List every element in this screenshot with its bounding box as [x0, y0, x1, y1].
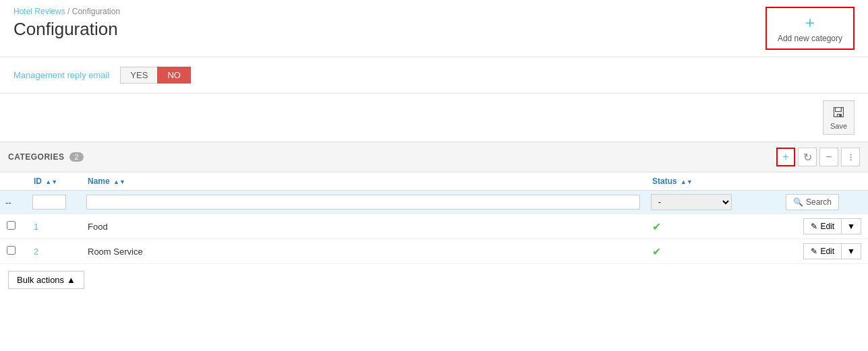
filter-row: -- - Active Inactive: [0, 191, 868, 214]
row1-status-cell: ✔: [645, 214, 780, 239]
save-label: Save: [830, 122, 847, 130]
breadcrumb-parent-link[interactable]: Hotel Reviews: [13, 7, 65, 16]
plus-icon: +: [805, 13, 815, 32]
name-sort-icon[interactable]: ▲▼: [113, 179, 125, 185]
config-section: Management reply email YES NO: [0, 57, 868, 93]
row2-checkbox-cell: [0, 239, 27, 264]
breadcrumb-separator: /: [67, 7, 72, 16]
filter-dash-cell: --: [0, 191, 27, 214]
categories-count: 2: [69, 152, 83, 162]
search-icon: 🔍: [793, 197, 803, 207]
row2-id-cell: 2: [27, 239, 81, 264]
page: Hotel Reviews / Configuration Configurat…: [0, 0, 868, 351]
row2-name-cell: Room Service: [81, 239, 645, 264]
filter-status-cell: - Active Inactive: [645, 191, 780, 214]
search-button[interactable]: 🔍 Search: [786, 194, 839, 210]
row1-status-icon: ✔: [652, 221, 661, 232]
management-reply-email-label: Management reply email: [13, 70, 109, 80]
table-row: 1 Food ✔ ✎ Edit ▼: [0, 214, 868, 239]
th-checkbox: [0, 172, 27, 191]
bulk-section: Bulk actions ▲: [0, 264, 868, 296]
categories-header: CATEGORIES 2 + ↻ − ⁝: [0, 142, 868, 172]
bulk-actions-caret: ▲: [67, 275, 76, 285]
row2-edit-label: Edit: [820, 247, 834, 256]
row1-actions-cell: ✎ Edit ▼: [780, 214, 868, 239]
row2-edit-icon: ✎: [811, 247, 817, 256]
row1-name-cell: Food: [81, 214, 645, 239]
th-status: Status ▲▼: [645, 172, 780, 191]
th-id-label: ID: [34, 177, 42, 186]
categories-section: CATEGORIES 2 + ↻ − ⁝ ID ▲▼ Name: [0, 141, 868, 296]
save-button[interactable]: 🖫 Save: [823, 100, 855, 135]
page-title: Configuration: [13, 19, 120, 40]
row1-id-cell: 1: [27, 214, 81, 239]
categories-header-left: CATEGORIES 2: [8, 152, 84, 162]
header-section: Hotel Reviews / Configuration Configurat…: [0, 0, 868, 57]
categories-title: CATEGORIES: [8, 152, 64, 162]
categories-columns-button[interactable]: ⁝: [841, 148, 860, 166]
row1-name: Food: [88, 222, 108, 232]
table-row: 2 Room Service ✔ ✎ Edit: [0, 239, 868, 264]
th-status-label: Status: [652, 177, 677, 186]
row1-id-link[interactable]: 1: [34, 222, 38, 232]
filter-status-select[interactable]: - Active Inactive: [651, 194, 732, 210]
row2-status-icon: ✔: [652, 246, 661, 257]
filter-name-cell: [81, 191, 645, 214]
th-id: ID ▲▼: [27, 172, 81, 191]
row1-edit-button[interactable]: ✎ Edit: [803, 218, 842, 234]
filter-name-input[interactable]: [86, 195, 640, 210]
id-sort-icon[interactable]: ▲▼: [45, 179, 57, 185]
categories-refresh-button[interactable]: ↻: [798, 148, 817, 166]
th-name: Name ▲▼: [81, 172, 645, 191]
breadcrumb-current: Configuration: [72, 7, 120, 16]
row1-checkbox[interactable]: [7, 221, 16, 230]
save-section: 🖫 Save: [0, 93, 868, 141]
th-actions: [780, 172, 868, 191]
row1-edit-icon: ✎: [811, 222, 817, 231]
yes-no-toggle: YES NO: [120, 67, 191, 84]
filter-id-input[interactable]: [32, 195, 66, 210]
breadcrumb: Hotel Reviews / Configuration: [13, 7, 120, 16]
bulk-actions-label: Bulk actions: [17, 275, 64, 285]
toggle-yes-button[interactable]: YES: [120, 67, 157, 84]
row1-edit-dropdown-button[interactable]: ▼: [842, 218, 861, 234]
categories-add-button[interactable]: +: [776, 148, 795, 166]
table-header-row: ID ▲▼ Name ▲▼ Status ▲▼: [0, 172, 868, 191]
th-name-label: Name: [88, 177, 110, 186]
toggle-no-button[interactable]: NO: [157, 67, 191, 84]
row2-checkbox[interactable]: [7, 246, 16, 255]
filter-id-cell: [27, 191, 81, 214]
filter-dash-label: --: [5, 197, 11, 208]
categories-minus-button[interactable]: −: [819, 148, 838, 166]
row2-id-link[interactable]: 2: [34, 247, 38, 257]
bulk-actions-button[interactable]: Bulk actions ▲: [8, 271, 84, 289]
filter-search-cell: 🔍 Search: [780, 191, 868, 214]
row2-edit-dropdown-button[interactable]: ▼: [842, 243, 861, 259]
add-new-category-label: Add new category: [778, 34, 842, 43]
row2-status-cell: ✔: [645, 239, 780, 264]
row1-edit-label: Edit: [820, 222, 834, 231]
status-sort-icon[interactable]: ▲▼: [681, 179, 693, 185]
row1-checkbox-cell: [0, 214, 27, 239]
search-label: Search: [806, 197, 832, 207]
categories-table: ID ▲▼ Name ▲▼ Status ▲▼: [0, 172, 868, 264]
row2-actions-cell: ✎ Edit ▼: [780, 239, 868, 264]
add-new-category-button[interactable]: + Add new category: [765, 7, 855, 50]
row2-name: Room Service: [88, 247, 143, 257]
row2-edit-button[interactable]: ✎ Edit: [803, 243, 842, 259]
save-icon: 🖫: [832, 105, 845, 121]
categories-header-right: + ↻ − ⁝: [776, 148, 860, 166]
